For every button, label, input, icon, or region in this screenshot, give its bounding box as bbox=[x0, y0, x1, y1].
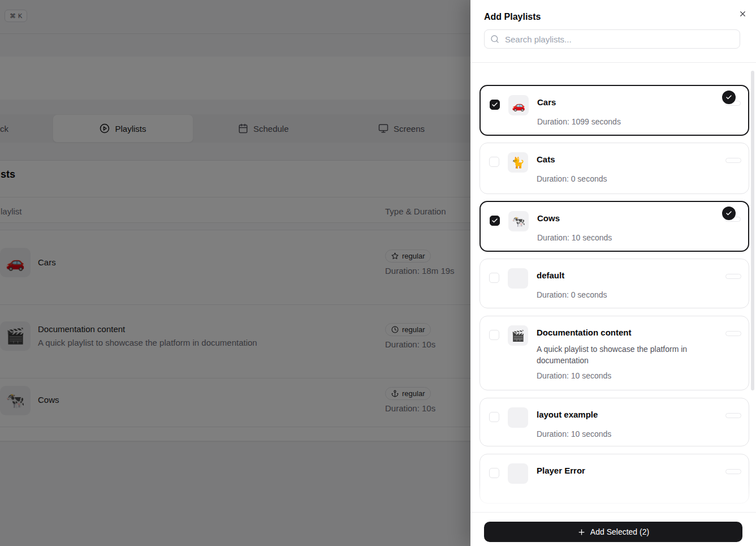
playlist-title: Cows bbox=[537, 213, 714, 223]
playlist-duration: Duration: 10 seconds bbox=[537, 429, 715, 439]
cat-emoji: 🐈 bbox=[511, 157, 525, 168]
playlist-thumbnail bbox=[508, 407, 528, 428]
app-root: ⌘ K tor Group Emergency Broadcast Ticker… bbox=[0, 0, 756, 546]
drag-handle[interactable] bbox=[725, 274, 741, 279]
playlist-duration: Duration: 10 seconds bbox=[537, 233, 714, 243]
playlist-title: layout example bbox=[537, 410, 715, 420]
playlist-thumbnail: 🐄 bbox=[508, 211, 529, 231]
checkbox-unchecked[interactable] bbox=[489, 468, 499, 478]
playlist-title: Documentation content bbox=[537, 328, 715, 338]
playlist-description: A quick playlist to showcase the platfor… bbox=[537, 343, 701, 366]
playlist-option-default[interactable]: default Duration: 0 seconds bbox=[479, 259, 749, 308]
add-selected-button[interactable]: Add Selected (2) bbox=[484, 522, 742, 542]
playlist-option-cows[interactable]: 🐄 Cows Duration: 10 seconds bbox=[479, 201, 749, 252]
selected-check-badge bbox=[722, 207, 736, 220]
playlist-thumbnail: 🚗 bbox=[508, 95, 529, 115]
playlist-title: Cats bbox=[537, 154, 715, 165]
scrollbar-thumb[interactable] bbox=[751, 71, 754, 390]
modal-title: Add Playlists bbox=[484, 12, 541, 22]
playlist-duration: Duration: 0 seconds bbox=[537, 290, 715, 300]
drag-handle[interactable] bbox=[725, 158, 741, 163]
cow-emoji: 🐄 bbox=[512, 216, 525, 227]
clapper-emoji: 🎬 bbox=[511, 330, 525, 341]
checkbox-unchecked[interactable] bbox=[489, 157, 499, 167]
checkbox-checked[interactable] bbox=[490, 216, 500, 226]
checkbox-checked[interactable] bbox=[490, 100, 500, 110]
search-input[interactable] bbox=[504, 34, 734, 45]
playlist-thumbnail: 🐈 bbox=[508, 152, 528, 173]
playlist-duration: Duration: 10 seconds bbox=[537, 371, 715, 381]
close-button[interactable] bbox=[736, 7, 749, 20]
playlist-thumbnail: 🎬 bbox=[508, 325, 528, 346]
list-bottom-fade bbox=[471, 484, 750, 513]
plus-icon bbox=[577, 528, 586, 536]
playlist-thumbnail bbox=[508, 268, 528, 289]
checkbox-unchecked[interactable] bbox=[489, 412, 499, 422]
selected-check-badge bbox=[722, 91, 736, 104]
divider bbox=[470, 62, 756, 63]
checkbox-unchecked[interactable] bbox=[489, 330, 499, 340]
close-icon bbox=[738, 10, 747, 18]
playlist-option-cars[interactable]: 🚗 Cars Duration: 1099 seconds bbox=[479, 85, 749, 136]
playlist-title: default bbox=[537, 270, 715, 281]
playlist-option-layout-example[interactable]: layout example Duration: 10 seconds bbox=[479, 398, 749, 446]
playlist-title: Player Error bbox=[537, 466, 715, 476]
playlist-option-cats[interactable]: 🐈 Cats Duration: 0 seconds bbox=[479, 143, 749, 194]
drag-handle[interactable] bbox=[725, 469, 741, 474]
add-selected-label: Add Selected (2) bbox=[590, 527, 649, 536]
search-box bbox=[484, 29, 740, 49]
playlist-thumbnail bbox=[508, 463, 528, 484]
playlist-option-documentation-content[interactable]: 🎬 Documentation content A quick playlist… bbox=[479, 316, 749, 390]
drag-handle[interactable] bbox=[725, 331, 741, 336]
playlist-duration: Duration: 1099 seconds bbox=[537, 117, 714, 127]
checkbox-unchecked[interactable] bbox=[489, 273, 499, 283]
playlist-title: Cars bbox=[537, 97, 714, 108]
car-emoji: 🚗 bbox=[512, 100, 525, 111]
search-icon bbox=[490, 35, 499, 44]
drag-handle[interactable] bbox=[725, 413, 741, 418]
playlist-duration: Duration: 0 seconds bbox=[537, 174, 715, 184]
add-playlists-modal: Add Playlists 🚗 Cars Duration: 1099 seco… bbox=[470, 0, 756, 546]
modal-footer: Add Selected (2) bbox=[470, 512, 756, 546]
